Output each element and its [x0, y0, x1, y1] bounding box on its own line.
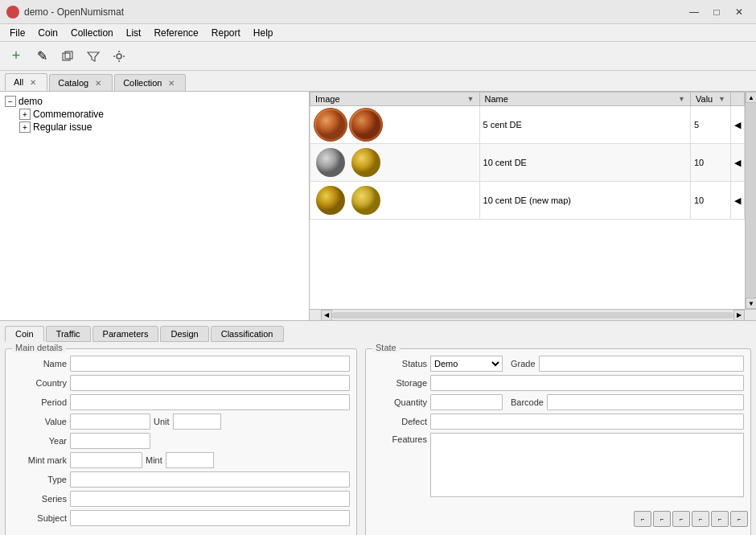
svg-rect-1	[65, 51, 72, 59]
menu-list[interactable]: List	[120, 26, 148, 40]
coin-img-front-2	[314, 146, 347, 179]
tree-commemorative[interactable]: + Commemorative	[18, 108, 306, 121]
tab-catalog-close[interactable]: ✕	[92, 77, 104, 88]
svg-marker-2	[88, 52, 99, 61]
menu-coin[interactable]: Coin	[31, 26, 64, 40]
cell-value-1: 5	[691, 106, 731, 144]
tab-collection[interactable]: Collection ✕	[114, 74, 186, 91]
tree-panel: − demo + Commemorative + Regular issue	[0, 92, 310, 320]
sub-tab-traffic[interactable]: Traffic	[46, 326, 91, 342]
horiz-track[interactable]	[332, 312, 733, 319]
sub-tab-design[interactable]: Design	[160, 326, 208, 342]
tree-regular-expander[interactable]: +	[19, 121, 31, 133]
scroll-down-btn[interactable]: ▼	[746, 298, 756, 309]
table-panel: Image ▼ Name ▼	[310, 92, 756, 320]
scroll-mini-btn-3[interactable]: ⌐	[672, 511, 690, 527]
sub-tab-coin[interactable]: Coin	[5, 326, 44, 342]
series-input[interactable]	[70, 491, 350, 507]
scroll-mini-btn-4[interactable]: ⌐	[692, 511, 709, 527]
mintmark-input[interactable]	[70, 452, 142, 468]
tree-root-label: demo	[18, 96, 43, 107]
cell-extra-1: ◀	[731, 106, 745, 144]
col-name[interactable]: Name ▼	[479, 93, 690, 106]
table-row[interactable]: 10 cent DE (new map) 10 ◀	[310, 182, 745, 220]
col-image-label: Image	[315, 94, 340, 104]
col-value[interactable]: Valu ▼	[691, 93, 731, 106]
quantity-input[interactable]	[430, 394, 503, 410]
scroll-up-btn[interactable]: ▲	[746, 92, 756, 103]
menu-file[interactable]: File	[3, 26, 31, 40]
scroll-left-btn[interactable]: ◀	[321, 310, 332, 321]
value-input[interactable]	[70, 414, 150, 430]
grade-label: Grade	[511, 359, 536, 368]
value-row: Value Unit	[12, 414, 350, 430]
sub-tab-classification[interactable]: Classification	[211, 326, 284, 342]
tab-catalog[interactable]: Catalog ✕	[49, 74, 113, 91]
menu-report[interactable]: Report	[205, 26, 247, 40]
maximize-button[interactable]: □	[706, 3, 727, 21]
tree-commemorative-expander[interactable]: +	[19, 109, 31, 120]
tab-all[interactable]: All ✕	[5, 73, 47, 91]
col-value-label: Valu	[696, 94, 713, 104]
scroll-track[interactable]	[746, 103, 756, 298]
subject-input[interactable]	[70, 510, 350, 526]
quantity-label: Quantity	[372, 397, 427, 407]
barcode-input[interactable]	[547, 394, 744, 410]
scroll-mini-btns: ⌐ ⌐ ⌐ ⌐ ⌐ ⌐	[634, 511, 748, 527]
svg-point-5	[118, 60, 120, 62]
col-image[interactable]: Image ▼	[310, 93, 480, 106]
menu-reference[interactable]: Reference	[147, 26, 204, 40]
close-button[interactable]: ✕	[729, 3, 750, 21]
tab-all-close[interactable]: ✕	[27, 76, 39, 88]
scroll-mini-btn-2[interactable]: ⌐	[653, 511, 671, 527]
table-scroll[interactable]: Image ▼ Name ▼	[310, 92, 745, 309]
tree-root-expander[interactable]: −	[5, 96, 16, 107]
scroll-right-btn[interactable]: ▶	[733, 310, 745, 321]
storage-input[interactable]	[430, 375, 744, 391]
tree-regular[interactable]: + Regular issue	[18, 121, 306, 134]
edit-button[interactable]: ✎	[31, 45, 53, 68]
tree-root[interactable]: − demo	[3, 95, 306, 108]
country-label: Country	[12, 378, 67, 388]
tab-all-label: All	[14, 77, 23, 87]
mint-input[interactable]	[166, 452, 214, 468]
vert-scrollbar: ▲ ▼	[745, 92, 756, 309]
state-group: State Status Demo In collection Wish lis…	[365, 348, 751, 535]
scroll-mini-btn-5[interactable]: ⌐	[711, 511, 729, 527]
clone-button[interactable]	[56, 45, 79, 68]
period-input[interactable]	[70, 394, 350, 410]
features-textarea[interactable]	[430, 433, 744, 497]
features-label: Features	[372, 434, 427, 444]
period-label: Period	[12, 397, 67, 407]
settings-button[interactable]	[108, 45, 130, 68]
menu-help[interactable]: Help	[247, 26, 280, 40]
menu-collection[interactable]: Collection	[64, 26, 120, 40]
filter-button[interactable]	[82, 45, 105, 68]
add-button[interactable]: +	[5, 45, 27, 68]
year-input[interactable]	[70, 433, 150, 449]
filter-icon	[87, 50, 100, 63]
defect-input[interactable]	[430, 414, 744, 430]
minimize-button[interactable]: —	[684, 3, 705, 21]
svg-point-8	[316, 110, 345, 139]
menu-bar: File Coin Collection List Reference Repo…	[0, 24, 756, 42]
name-row: Name	[12, 356, 350, 372]
status-select[interactable]: Demo In collection Wish list	[430, 356, 503, 372]
type-input[interactable]	[70, 471, 350, 488]
table-row[interactable]: 5 cent DE 5 ◀	[310, 106, 745, 144]
tab-collection-close[interactable]: ✕	[166, 77, 177, 88]
name-input[interactable]	[70, 356, 350, 372]
grade-input[interactable]	[539, 356, 744, 372]
svg-rect-0	[63, 53, 70, 60]
country-input[interactable]	[70, 375, 350, 391]
type-row: Type	[12, 471, 350, 488]
scroll-mini-btn-6[interactable]: ⌐	[730, 511, 748, 527]
settings-icon	[113, 50, 125, 63]
scroll-mini-btn-1[interactable]: ⌐	[634, 511, 651, 527]
unit-input[interactable]	[173, 414, 221, 430]
coin-table: Image ▼ Name ▼	[310, 92, 745, 220]
col-extra[interactable]	[731, 93, 745, 106]
table-row[interactable]: 10 cent DE 10 ◀	[310, 144, 745, 182]
sub-tab-parameters[interactable]: Parameters	[92, 326, 159, 342]
window-title: demo - OpenNumismat	[24, 6, 124, 18]
